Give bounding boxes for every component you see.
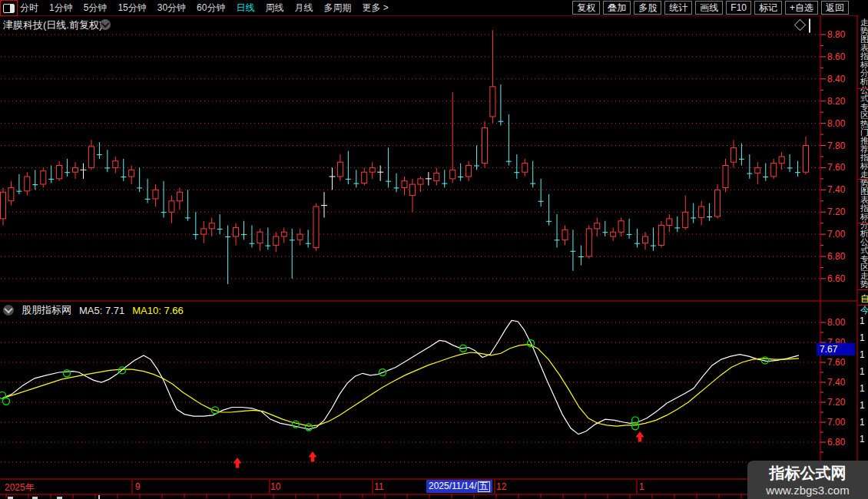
indicator-tick-label: 7.40	[827, 377, 845, 388]
toolbar-button-+自选[interactable]: +自选	[785, 1, 818, 15]
indicator-title: 股朋指标网	[22, 303, 71, 317]
indicator-tick-label: 8.00	[827, 317, 845, 328]
current-value-badge: 7.67	[817, 343, 855, 355]
price-tick-label: 7.40	[827, 184, 845, 195]
price-tick-label: 6.60	[827, 273, 845, 284]
ma5-value: MA5: 7.71	[79, 305, 124, 316]
strip-divider	[858, 179, 868, 180]
price-tick-label: 8.80	[827, 29, 845, 40]
layout-toggle-button[interactable]	[0, 0, 18, 16]
price-tick-label: 8.40	[827, 74, 845, 84]
indicator-tick-label: 7.00	[827, 417, 845, 428]
window-split-icon[interactable]	[809, 19, 810, 33]
price-tick-label: 8.00	[827, 118, 845, 129]
price-tick-label: 6.80	[827, 251, 845, 262]
toolbar-button-返回[interactable]: 返回	[821, 1, 849, 15]
stock-title: 津膜科技(日线.前复权)	[3, 18, 102, 32]
toolbar-button-叠加[interactable]: 叠加	[603, 1, 631, 15]
strip-list-digit: 1	[860, 316, 865, 326]
strip-divider	[858, 88, 868, 89]
menu-item-月线[interactable]: 月线	[294, 2, 313, 15]
indicator-tick-label: 7.60	[827, 357, 845, 368]
menu-item-日线[interactable]: 日线	[236, 2, 254, 15]
watermark-title: 指标公式网	[747, 463, 868, 484]
selected-date-badge: 2025/11/14/五	[426, 480, 492, 493]
price-tick-label: 8.20	[827, 96, 845, 107]
indicator-tick-label: 6.80	[827, 437, 845, 448]
indicator-tick-label: 7.20	[827, 397, 845, 408]
toolbar-button-F10[interactable]: F10	[726, 1, 751, 15]
menu-item-15分钟[interactable]: 15分钟	[118, 2, 146, 15]
time-tick-label: 9	[135, 481, 141, 492]
watermark: 指标公式网 www.zbgs3.com	[747, 461, 868, 499]
time-tick-label: 1	[639, 481, 644, 492]
time-tick-label: 11	[374, 481, 383, 492]
strip-list-digit: 1	[860, 400, 865, 411]
price-tick-label: 7.80	[827, 140, 845, 151]
menu-item-多周期[interactable]: 多周期	[323, 2, 351, 15]
menu-item-60分钟[interactable]: 60分钟	[197, 2, 225, 15]
menu-item-分时[interactable]: 分时	[20, 2, 38, 15]
toolbar-button-复权[interactable]: 复权	[572, 1, 600, 15]
chart-canvas[interactable]	[0, 0, 868, 499]
menu-item-周线[interactable]: 周线	[265, 2, 283, 15]
split-window-icon	[809, 18, 810, 33]
strip-list-digit: 1	[860, 332, 865, 343]
time-tick-label: 12	[496, 481, 506, 492]
strip-divider	[858, 289, 868, 290]
watermark-url: www.zbgs3.com	[747, 484, 868, 497]
menu-item-30分钟[interactable]: 30分钟	[157, 2, 186, 15]
date-text: 2025/11/14/	[429, 480, 477, 493]
price-tick-label: 7.20	[827, 207, 845, 217]
strip-list-digit: 1	[860, 349, 865, 360]
period-menu: 分时1分钟5分钟15分钟30分钟60分钟日线周线月线多周期更多 >	[20, 0, 389, 15]
split-window-icon	[3, 4, 15, 13]
indicator-dropdown-icon[interactable]	[3, 305, 14, 316]
toolbar-button-统计[interactable]: 统计	[664, 1, 692, 15]
strip-list-digit: 1	[860, 383, 865, 394]
price-tick-label: 7.00	[827, 229, 845, 240]
time-tick-label: 2025年	[5, 481, 35, 494]
strip-list-digit: 1	[860, 434, 865, 444]
strip-divider	[858, 223, 868, 223]
clipped-text-fragment	[98, 495, 100, 499]
toolbar-buttons: 复权叠加多股统计画线F10标记+自选返回	[572, 1, 849, 15]
strip-list-digit: 1	[860, 417, 865, 428]
app-window: 分时1分钟5分钟15分钟30分钟60分钟日线周线月线多周期更多 > 复权叠加多股…	[0, 0, 868, 499]
strip-list-digit: 1	[860, 366, 865, 377]
menu-item-1分钟[interactable]: 1分钟	[49, 2, 73, 15]
time-tick-label: 10	[270, 481, 280, 492]
toolbar-button-画线[interactable]: 画线	[695, 1, 723, 15]
price-tick-label: 7.60	[827, 162, 845, 173]
price-tick-label: 8.60	[827, 51, 845, 62]
toolbar-button-标记[interactable]: 标记	[754, 1, 782, 15]
menu-item-更多 >[interactable]: 更多 >	[362, 2, 388, 15]
toolbar-button-多股[interactable]: 多股	[634, 1, 661, 15]
strip-vertical-text: 走势图表指标分析公式专区热门推荐指标走势图表指标分析公式专区走势	[860, 18, 868, 289]
menu-item-5分钟[interactable]: 5分钟	[84, 2, 108, 15]
title-dropdown-icon[interactable]	[100, 19, 111, 30]
indicator-header: 股朋指标网 MA5: 7.71 MA10: 7.66	[3, 304, 184, 316]
ma10-value: MA10: 7.66	[132, 305, 184, 316]
right-edge-strip: 走势图表指标分析公式专区热门推荐指标走势图表指标分析公式专区走势 自 今 111…	[858, 0, 868, 499]
weekday-text: 五	[478, 481, 490, 492]
top-toolbar: 分时1分钟5分钟15分钟30分钟60分钟日线周线月线多周期更多 > 复权叠加多股…	[0, 0, 868, 15]
